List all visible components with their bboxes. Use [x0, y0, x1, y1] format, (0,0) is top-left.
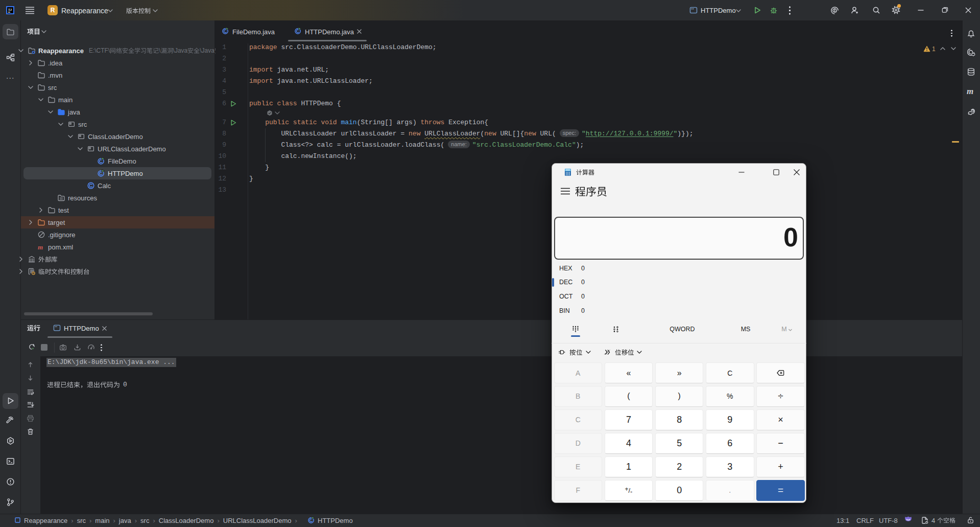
svg-text:IJ: IJ	[8, 8, 12, 12]
svg-text:m: m	[38, 243, 43, 251]
